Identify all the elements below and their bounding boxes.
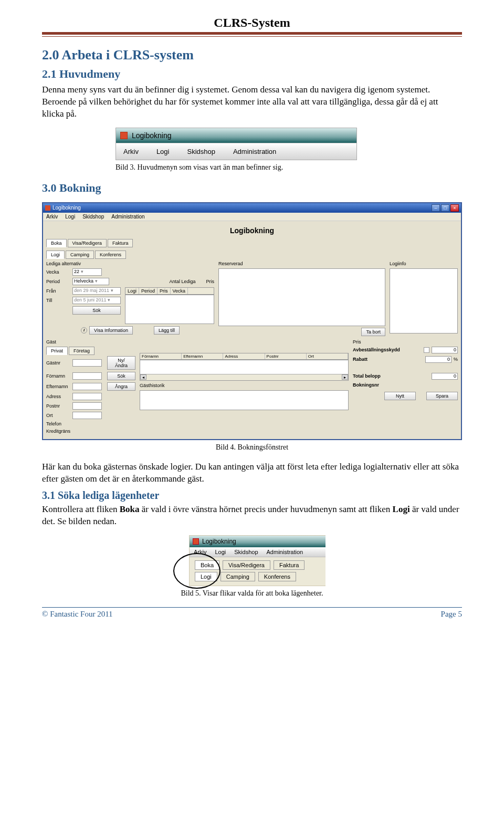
postnr-input[interactable]: [72, 402, 102, 410]
tab-foretag[interactable]: Företag: [69, 347, 94, 355]
gastnr-label: Gästnr: [46, 360, 69, 366]
fig4-tabs-row2: Logi Camping Konferens: [46, 251, 458, 259]
tab-konferens[interactable]: Konferens: [258, 572, 296, 581]
heading-3-1: 3.1 Söka lediga lägenheter: [42, 489, 462, 502]
menu-skidshop[interactable]: Skidshop: [187, 148, 215, 155]
tab-boka[interactable]: Boka: [46, 239, 67, 247]
till-label: Till: [46, 298, 69, 303]
rabatt-label: Rabatt: [353, 357, 368, 362]
total-value: 0: [432, 373, 458, 380]
reserverad-box[interactable]: [218, 268, 385, 326]
vecka-label: Vecka: [46, 269, 69, 275]
gh-adress: Adress: [223, 353, 265, 359]
app-icon: [120, 132, 128, 139]
gasthistorik-label: Gästhistorik: [140, 383, 349, 388]
fig3-titlebar: Logibokning: [116, 128, 356, 143]
tab-faktura[interactable]: Faktura: [274, 560, 304, 570]
adress-label: Adress: [46, 394, 69, 399]
ta-bort-button[interactable]: Ta bort: [361, 328, 385, 336]
menu-logi[interactable]: Logi: [156, 148, 170, 155]
menu-arkiv[interactable]: Arkiv: [123, 148, 139, 155]
angra-button[interactable]: Ångra: [107, 382, 135, 391]
header-rule: [42, 32, 462, 37]
list-header: Logi Period Pris Vecka: [125, 287, 214, 295]
chevron-down-icon: ▾: [95, 278, 98, 284]
efternamn-input[interactable]: [72, 383, 102, 390]
fig3-menubar: Arkiv Logi Skidshop Administration: [116, 143, 356, 160]
lagg-till-button[interactable]: Lägg till: [154, 326, 180, 335]
tab-camping[interactable]: Camping: [66, 251, 94, 259]
heading-2-0: 2.0 Arbeta i CLRS-system: [42, 47, 462, 63]
gh-postnr: Postnr: [265, 353, 307, 359]
sok-button[interactable]: Sök: [72, 306, 121, 315]
visa-information-button[interactable]: Visa Information: [89, 326, 133, 335]
tab-camping[interactable]: Camping: [220, 572, 255, 581]
menu-administration[interactable]: Administration: [267, 549, 303, 555]
tab-konferens[interactable]: Konferens: [95, 251, 126, 259]
scroll-right-icon[interactable]: ►: [342, 374, 348, 380]
avbest-checkbox[interactable]: [424, 347, 429, 353]
till-date[interactable]: den 5 juni 2011 ▾: [72, 297, 121, 304]
close-icon[interactable]: ×: [450, 204, 459, 212]
gh-ort: Ort: [307, 353, 348, 359]
ny-andra-button[interactable]: Ny/Ändra: [107, 356, 135, 370]
fornamn-input[interactable]: [72, 372, 102, 380]
maximize-icon[interactable]: □: [441, 204, 449, 212]
tab-visa-redigera[interactable]: Visa/Redigera: [68, 239, 107, 247]
tab-logi[interactable]: Logi: [46, 251, 65, 259]
menu-skidshop[interactable]: Skidshop: [234, 549, 258, 555]
pris-header-label: Pris: [206, 279, 215, 284]
rabatt-input[interactable]: 0: [425, 356, 452, 363]
menu-logi[interactable]: Logi: [65, 214, 75, 220]
spara-button[interactable]: Spara: [426, 392, 458, 400]
adress-input[interactable]: [72, 393, 102, 400]
fig4-heading: Logibokning: [46, 224, 458, 239]
gh-efternamn: Efternamn: [182, 353, 223, 359]
fran-label: Från: [46, 288, 69, 294]
tab-privat[interactable]: Privat: [46, 347, 68, 355]
fig3-window-title: Logibokning: [132, 131, 172, 140]
menu-administration[interactable]: Administration: [233, 148, 276, 155]
document-header: CLRS-System: [42, 16, 462, 32]
gh-fornamn: Förnamn: [140, 353, 182, 359]
left-actions: iVisa Information Lägg till: [46, 326, 214, 335]
avbest-value: 0: [432, 347, 458, 353]
caption-fig3: Bild 3. Huvudmenyn som visas vart än man…: [116, 163, 462, 172]
info-icon: i: [81, 327, 87, 333]
gastnr-input[interactable]: [72, 359, 102, 367]
fig4-menubar: Arkiv Logi Skidshop Administration: [43, 213, 461, 221]
page-footer: © Fantastic Four 2011 Page 5: [42, 608, 462, 619]
horizontal-scrollbar[interactable]: ◄ ►: [140, 374, 348, 380]
heading-3-0: 3.0 Bokning: [42, 181, 462, 195]
fran-date[interactable]: den 29 maj 2011 ▾: [72, 287, 121, 295]
avbest-label: Avbeställningsskydd: [353, 347, 400, 352]
menu-arkiv[interactable]: Arkiv: [46, 214, 58, 220]
ort-input[interactable]: [72, 412, 102, 419]
app-icon: [193, 538, 199, 545]
guest-grid[interactable]: ◄ ►: [140, 360, 349, 381]
period-select[interactable]: Helvecka ▾: [72, 278, 109, 285]
fig5-window-title: Logibokning: [202, 538, 236, 545]
menu-logi[interactable]: Logi: [215, 549, 226, 555]
postnr-label: Postnr: [46, 403, 69, 409]
fig5-titlebar: Logibokning: [190, 536, 326, 547]
tab-faktura[interactable]: Faktura: [108, 239, 133, 247]
scroll-left-icon[interactable]: ◄: [140, 374, 146, 380]
tab-visa-redigera[interactable]: Visa/Redigera: [223, 560, 270, 570]
list-box[interactable]: [125, 295, 214, 324]
efternamn-label: Efternamn: [46, 384, 69, 389]
gasthistorik-box[interactable]: [140, 390, 349, 410]
menu-skidshop[interactable]: Skidshop: [82, 214, 104, 220]
reserverad-label: Reserverad: [218, 261, 385, 266]
logiinfo-label: Logiinfo: [390, 261, 458, 266]
menu-administration[interactable]: Administration: [111, 214, 144, 220]
nytt-button[interactable]: Nytt: [384, 392, 416, 400]
figure-5: Logibokning Arkiv Logi Skidshop Administ…: [42, 535, 462, 586]
vecka-select[interactable]: 22 ▾: [72, 268, 102, 276]
figure-4: Logibokning – □ × Arkiv Logi Skidshop Ad…: [42, 202, 462, 440]
fornamn-label: Förnamn: [46, 373, 69, 379]
telefon-label: Telefon: [46, 421, 69, 426]
sok-gast-button[interactable]: Sök: [107, 372, 135, 380]
minimize-icon[interactable]: –: [432, 204, 440, 212]
lediga-label: Lediga alternativ: [46, 261, 214, 266]
